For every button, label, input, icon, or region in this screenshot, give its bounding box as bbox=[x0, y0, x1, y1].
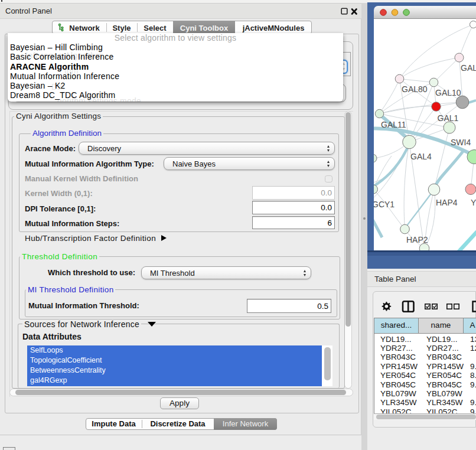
svg-text:Y: Y bbox=[471, 198, 476, 207]
svg-text:HAP2: HAP2 bbox=[406, 235, 428, 244]
svg-text:GAL10: GAL10 bbox=[435, 88, 461, 97]
svg-text:GAL8: GAL8 bbox=[461, 63, 476, 73]
svg-text:GAL11: GAL11 bbox=[381, 120, 406, 129]
svg-text:GCY1: GCY1 bbox=[374, 200, 395, 209]
svg-text:SWI4: SWI4 bbox=[451, 138, 471, 147]
svg-text:GAL1: GAL1 bbox=[438, 113, 459, 123]
svg-text:GAL4: GAL4 bbox=[410, 152, 432, 161]
svg-text:GAL80: GAL80 bbox=[402, 84, 428, 94]
svg-text:HAP4: HAP4 bbox=[436, 198, 458, 207]
